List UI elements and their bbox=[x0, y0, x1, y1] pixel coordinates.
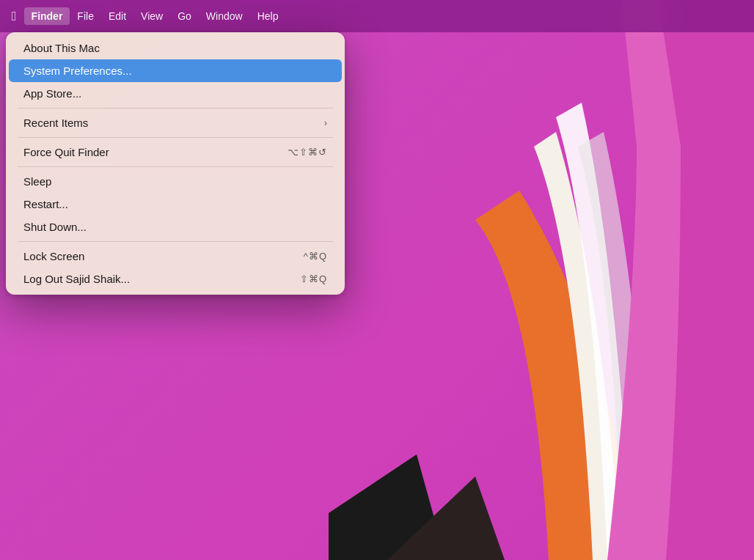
menubar-help[interactable]: Help bbox=[250, 7, 286, 25]
menubar:  Finder File Edit View Go Window Help bbox=[0, 0, 754, 32]
apple-logo[interactable]:  bbox=[6, 6, 23, 27]
separator-2 bbox=[18, 137, 333, 138]
menu-item-restart-label: Restart... bbox=[23, 198, 68, 210]
menu-item-shut-down[interactable]: Shut Down... bbox=[9, 215, 342, 238]
separator-3 bbox=[18, 166, 333, 167]
menu-item-recent-items[interactable]: Recent Items › bbox=[9, 111, 342, 134]
menu-item-app-store[interactable]: App Store... bbox=[9, 82, 342, 105]
separator-1 bbox=[18, 108, 333, 108]
desktop-wallpaper-ribbon bbox=[329, 0, 754, 560]
menubar-view[interactable]: View bbox=[133, 7, 170, 25]
menubar-window[interactable]: Window bbox=[199, 7, 250, 25]
recent-items-arrow-icon: › bbox=[324, 118, 327, 128]
menu-item-restart[interactable]: Restart... bbox=[9, 193, 342, 215]
menubar-file[interactable]: File bbox=[70, 7, 101, 25]
menubar-go[interactable]: Go bbox=[170, 7, 199, 25]
lock-screen-shortcut: ^⌘Q bbox=[304, 251, 327, 262]
menu-item-sleep-label: Sleep bbox=[23, 175, 51, 188]
menu-item-lock-screen-label: Lock Screen bbox=[23, 250, 84, 262]
menu-item-system-prefs-label: System Preferences... bbox=[23, 65, 132, 77]
menu-item-system-prefs[interactable]: System Preferences... bbox=[9, 59, 342, 82]
apple-menu: About This Mac System Preferences... App… bbox=[6, 32, 345, 295]
menu-item-app-store-label: App Store... bbox=[23, 87, 81, 100]
menu-item-sleep[interactable]: Sleep bbox=[9, 170, 342, 193]
separator-4 bbox=[18, 241, 333, 242]
menu-item-log-out[interactable]: Log Out Sajid Shaik... ⇧⌘Q bbox=[9, 268, 342, 290]
menu-item-recent-items-label: Recent Items bbox=[23, 117, 88, 129]
menu-item-about-label: About This Mac bbox=[23, 42, 100, 54]
menu-item-lock-screen[interactable]: Lock Screen ^⌘Q bbox=[9, 245, 342, 268]
force-quit-shortcut: ⌥⇧⌘↺ bbox=[288, 147, 327, 158]
menu-item-force-quit-label: Force Quit Finder bbox=[23, 146, 109, 158]
menubar-finder[interactable]: Finder bbox=[24, 7, 70, 25]
menu-item-shut-down-label: Shut Down... bbox=[23, 221, 87, 233]
menubar-edit[interactable]: Edit bbox=[101, 7, 133, 25]
log-out-shortcut: ⇧⌘Q bbox=[300, 273, 327, 284]
menu-item-about[interactable]: About This Mac bbox=[9, 37, 342, 59]
menu-item-force-quit[interactable]: Force Quit Finder ⌥⇧⌘↺ bbox=[9, 141, 342, 163]
menu-item-log-out-label: Log Out Sajid Shaik... bbox=[23, 273, 130, 285]
